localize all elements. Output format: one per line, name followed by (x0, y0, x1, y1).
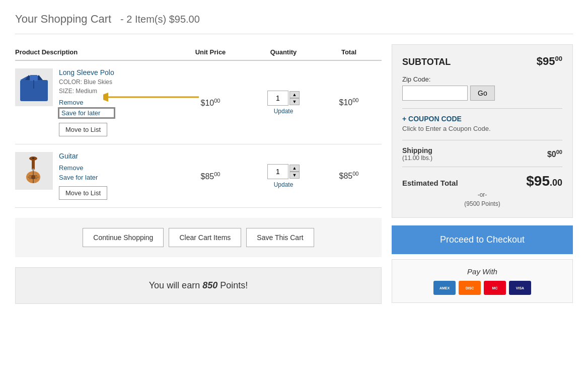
estimated-sup: .00 (550, 178, 562, 188)
continue-shopping-button[interactable]: Continue Shopping (83, 228, 164, 247)
cart-subtitle: - 2 Item(s) $95.00 (120, 14, 200, 25)
main-layout: Product Description Unit Price Quantity … (15, 44, 573, 304)
qty-update-2[interactable]: Update (274, 181, 293, 188)
subtotal-box: SUBTOTAL $9500 Zip Code: Go + COUPON COD… (392, 44, 573, 218)
svg-rect-10 (32, 158, 34, 159)
qty-input-row-1: ▲ ▼ (267, 91, 300, 106)
estimated-amount: $95.00 (526, 173, 562, 189)
qty-wrapper-1: ▲ ▼ Update (267, 91, 300, 115)
shipping-price-sup: 00 (556, 149, 562, 155)
subtotal-row: SUBTOTAL $9500 (402, 55, 562, 68)
estimated-or: -or- (402, 191, 562, 198)
sidebar-section: SUBTOTAL $9500 Zip Code: Go + COUPON COD… (392, 44, 573, 304)
estimated-label: Estimated Total (402, 179, 458, 187)
total-price-sup-1: 00 (352, 97, 358, 103)
subtotal-label: SUBTOTAL (402, 57, 451, 67)
product-size-1: SIZE: Medium (59, 88, 114, 95)
move-to-list-1: Move to List (59, 123, 114, 136)
page-container: Your Shopping Cart - 2 Item(s) $95.00 Pr… (0, 0, 588, 314)
qty-up-2[interactable]: ▲ (289, 165, 300, 172)
zip-input[interactable] (402, 86, 468, 101)
save-cart-button[interactable]: Save This Cart (246, 228, 314, 247)
qty-up-1[interactable]: ▲ (289, 91, 300, 98)
qty-input-1[interactable] (267, 91, 288, 106)
product-actions-1: Remove Save for later (59, 99, 114, 118)
clear-cart-button[interactable]: Clear Cart Items (169, 228, 241, 247)
pay-with-label: Pay With (400, 267, 565, 276)
qty-update-1[interactable]: Update (274, 108, 293, 115)
visa-icon: VISA (509, 281, 531, 295)
total-col-1: $1000 (316, 97, 382, 107)
product-info-1: Long Sleeve Polo COLOR: Blue Skies SIZE:… (15, 68, 170, 136)
cart-section: Product Description Unit Price Quantity … (15, 44, 382, 304)
product-info-2: Guitar Remove Save for later Move to Lis… (15, 152, 170, 200)
product-image-2 (15, 152, 53, 190)
subtotal-sup: 00 (555, 55, 562, 62)
price-col-1: $1000 (170, 98, 251, 108)
qty-input-2[interactable] (267, 164, 288, 179)
total-col-2: $8500 (316, 171, 382, 181)
product-name-1[interactable]: Long Sleeve Polo (59, 68, 114, 76)
header-price: Unit Price (170, 48, 251, 56)
unit-price-1: $10 (201, 99, 214, 107)
shipping-price-main: $0 (547, 150, 556, 159)
points-text-prefix: You will earn (149, 280, 202, 290)
shipping-section: Shipping (11.00 lbs.) $000 (402, 140, 562, 162)
total-price-1: $10 (339, 99, 353, 107)
product-details-1: Long Sleeve Polo COLOR: Blue Skies SIZE:… (59, 68, 114, 136)
points-value: 850 (202, 280, 217, 290)
move-to-list-2: Move to List (59, 186, 107, 200)
qty-arrows-1: ▲ ▼ (289, 91, 300, 105)
subtotal-amount: $9500 (537, 55, 562, 68)
save-for-later-link-2[interactable]: Save for later (59, 174, 107, 181)
mastercard-icon: MC (484, 281, 506, 295)
save-for-later-link-1[interactable]: Save for later (59, 108, 114, 118)
amex-icon: AMEX (433, 281, 456, 295)
total-price-sup-2: 00 (352, 171, 358, 177)
product-color-1: COLOR: Blue Skies (59, 79, 114, 86)
product-details-2: Guitar Remove Save for later Move to Lis… (59, 152, 107, 200)
checkout-button[interactable]: Proceed to Checkout (392, 225, 573, 254)
zip-section: Zip Code: Go (402, 75, 562, 101)
cart-item-1: Long Sleeve Polo COLOR: Blue Skies SIZE:… (15, 61, 382, 144)
shipping-price: $000 (547, 149, 562, 159)
product-name-2[interactable]: Guitar (59, 152, 107, 160)
payment-icons: AMEX DISC MC VISA (400, 281, 565, 295)
product-image-1 (15, 68, 53, 106)
header-product: Product Description (15, 48, 170, 56)
cart-title-main: Your Shopping Cart (15, 13, 111, 25)
pay-with-section: Pay With AMEX DISC MC VISA (392, 259, 573, 303)
shipping-weight: (11.00 lbs.) (402, 154, 432, 162)
zip-go-button[interactable]: Go (470, 86, 495, 101)
discover-icon: DISC (459, 281, 481, 295)
page-title: Your Shopping Cart - 2 Item(s) $95.00 (15, 10, 573, 34)
header-quantity: Quantity (251, 48, 316, 56)
coupon-label[interactable]: + COUPON CODE (402, 115, 562, 123)
price-col-2: $8500 (170, 171, 251, 181)
remove-link-2[interactable]: Remove (59, 164, 107, 172)
estimated-points: (9500 Points) (402, 200, 562, 207)
remove-link-1[interactable]: Remove (59, 99, 114, 106)
qty-down-2[interactable]: ▼ (289, 172, 300, 179)
estimated-main: $95 (526, 173, 550, 189)
zip-label: Zip Code: (402, 75, 562, 83)
qty-col-2: ▲ ▼ Update (251, 164, 316, 188)
product-actions-2: Remove Save for later (59, 164, 107, 181)
unit-price-sup-1: 00 (214, 98, 220, 104)
coupon-desc: Click to Enter a Coupon Code. (402, 125, 562, 132)
unit-price-sup-2: 00 (214, 171, 220, 177)
total-price-2: $85 (339, 172, 353, 181)
subtotal-main: $95 (537, 55, 555, 67)
cart-table-header: Product Description Unit Price Quantity … (15, 44, 382, 61)
move-to-list-btn-2[interactable]: Move to List (59, 186, 107, 200)
header-total: Total (316, 48, 382, 56)
zip-row: Go (402, 86, 562, 101)
shipping-label: Shipping (402, 146, 432, 154)
qty-down-1[interactable]: ▼ (289, 98, 300, 105)
cart-item-2: Guitar Remove Save for later Move to Lis… (15, 144, 382, 208)
points-banner: You will earn 850 Points! (15, 267, 382, 304)
points-text-suffix: Points! (217, 280, 248, 290)
move-to-list-btn-1[interactable]: Move to List (59, 123, 107, 136)
qty-arrows-2: ▲ ▼ (289, 165, 300, 179)
cart-actions: Continue Shopping Clear Cart Items Save … (15, 218, 382, 257)
